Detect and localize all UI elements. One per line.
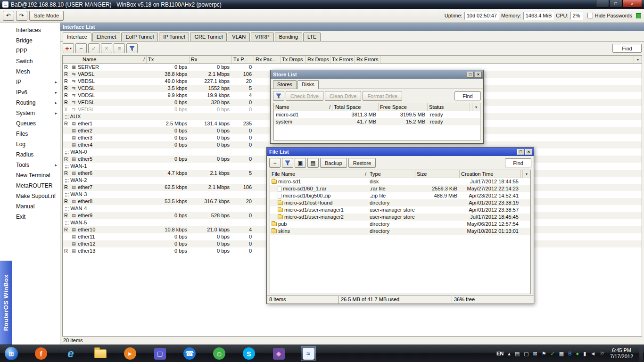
file-find-input[interactable]: Find — [505, 158, 531, 167]
tab-bonding[interactable]: Bonding — [275, 33, 302, 41]
show-desktop-button[interactable] — [639, 345, 643, 362]
column-header-free-space[interactable]: Free Space — [379, 103, 428, 111]
hide-passwords-label[interactable]: Hide Passwords — [595, 13, 632, 18]
column-select-button[interactable]: ▼ — [634, 56, 642, 63]
sidebar-item-radius[interactable]: Radius — [12, 149, 60, 160]
column-header-file-name[interactable]: File Name/ — [270, 170, 368, 178]
store-find-input[interactable]: Find — [454, 91, 481, 100]
file-row[interactable]: micro-sd1/60_1.rar.rar file2559.3 KiBMay… — [270, 185, 530, 192]
media-center-icon[interactable]: ▢ — [152, 346, 167, 361]
language-indicator[interactable]: EN — [496, 351, 504, 356]
sidebar-item-new-terminal[interactable]: New Terminal — [12, 170, 60, 181]
column-header-name[interactable]: Name/ — [63, 56, 147, 63]
sidebar-item-ip[interactable]: IP▸ — [12, 77, 60, 87]
redo-button[interactable]: ↷ — [16, 11, 27, 21]
tab-lte[interactable]: LTE — [303, 33, 321, 41]
store-close-button[interactable]: × — [475, 72, 482, 78]
comment-button[interactable]: ≡ — [114, 43, 125, 53]
column-select-button[interactable]: ▼ — [522, 170, 530, 178]
enable-interface-button[interactable]: ✓ — [88, 43, 99, 53]
restore-button[interactable]: Restore — [348, 158, 376, 168]
sidebar-item-interfaces[interactable]: Interfaces — [12, 25, 60, 35]
display-icon[interactable]: ▢ — [524, 351, 528, 356]
interface-list-titlebar[interactable]: Interface List — [60, 23, 644, 31]
column-header-type[interactable]: Type — [368, 170, 415, 178]
file-row[interactable]: micro-sd1/lost+founddirectoryApr/01/2012… — [270, 199, 530, 206]
tab-ethernet[interactable]: Ethernet — [92, 33, 121, 41]
file-close-button[interactable]: × — [525, 149, 532, 155]
sidebar-item-mesh[interactable]: Mesh — [12, 66, 60, 77]
column-header-total-space[interactable]: Total Space — [332, 103, 379, 111]
store-tab-stores[interactable]: Stores — [273, 80, 297, 89]
file-maximize-button[interactable]: □ — [517, 149, 524, 155]
undo-button[interactable]: ↶ — [3, 11, 14, 21]
sidebar-item-system[interactable]: System▸ — [12, 108, 60, 118]
store-row[interactable]: system41.7 MB15.2 MBready — [274, 118, 480, 125]
filter-button[interactable] — [126, 43, 138, 53]
column-header-tx-errors[interactable]: Tx Errors — [330, 56, 355, 63]
file-row[interactable]: micro-sd1/user-manager2user-manager stor… — [270, 214, 530, 221]
column-header-rx-drops[interactable]: Rx Drops — [306, 56, 330, 63]
file-list-titlebar[interactable]: File List □ × — [267, 148, 534, 156]
store-row[interactable]: micro-sd13811.3 MB3199.5 MBready — [274, 111, 480, 118]
volume-icon[interactable]: ◄ — [590, 351, 595, 356]
app-titlebar[interactable]: ≈ BaD@192.168.88.10 (USER-MANGER) - WinB… — [0, 0, 644, 9]
copy-file-button[interactable]: ▣ — [295, 158, 306, 168]
column-header-creation-time[interactable]: Creation Time — [460, 170, 521, 178]
tab-ip-tunnel[interactable]: IP Tunnel — [159, 33, 189, 41]
close-button[interactable]: × — [622, 0, 642, 8]
column-select-button[interactable]: ▼ — [472, 103, 480, 111]
winbox-taskbar-icon[interactable]: ≈ — [301, 346, 316, 361]
mail-icon[interactable]: ⊠ — [533, 351, 537, 356]
media-player-icon[interactable]: ▸ — [123, 346, 138, 361]
file-filter-button[interactable] — [282, 158, 293, 168]
store-tab-disks[interactable]: Disks — [297, 80, 319, 89]
paste-file-button[interactable]: ▤ — [307, 158, 319, 168]
column-header-rx-pac[interactable]: Rx Pac... — [254, 56, 281, 63]
sidebar-item-tools[interactable]: Tools▸ — [12, 160, 60, 170]
add-interface-button[interactable]: + ▾ — [63, 43, 74, 53]
column-header-tx[interactable]: Tx — [147, 56, 190, 63]
sidebar-item-metarouter[interactable]: MetaROUTER — [12, 181, 60, 191]
file-row[interactable]: micro-sd1diskJul/17/2012 18:44:55 — [270, 178, 530, 185]
file-row[interactable]: micro-sd1/big500.zip.zip file488.9 MiBAp… — [270, 192, 530, 199]
sidebar-item-make-supout-rif[interactable]: Make Supout.rif — [12, 191, 60, 201]
format-drive-button[interactable]: Format Drive — [363, 91, 402, 101]
store-filter-button[interactable] — [273, 91, 284, 101]
disable-interface-button[interactable]: × — [101, 43, 112, 53]
interface-find-input[interactable]: Find — [612, 44, 642, 53]
file-row[interactable]: micro-sd1/user-manager1user-manager stor… — [270, 206, 530, 214]
column-header-tx-p[interactable]: Tx P... — [232, 56, 254, 63]
sidebar-item-bridge[interactable]: Bridge — [12, 35, 60, 46]
column-header-name[interactable]: Name/ — [274, 103, 332, 111]
file-explorer-icon[interactable] — [93, 346, 108, 361]
bluetooth-icon[interactable]: B — [568, 351, 571, 356]
phone-app-icon[interactable]: ☎ — [182, 346, 197, 361]
internet-explorer-icon[interactable]: e — [63, 346, 78, 361]
sidebar-item-exit[interactable]: Exit — [12, 212, 60, 222]
sidebar-item-manual[interactable]: Manual — [12, 201, 60, 212]
graphics-app-icon[interactable]: ◆ — [271, 346, 286, 361]
antivirus-icon[interactable]: ✓ — [551, 351, 555, 356]
file-row[interactable]: skinsdirectoryMay/10/2012 01:13:01 — [270, 228, 530, 235]
skype-icon[interactable]: S — [241, 346, 256, 361]
sidebar-item-switch[interactable]: Switch — [12, 56, 60, 66]
maximize-button[interactable]: □ — [609, 0, 622, 8]
check-drive-button[interactable]: Check Drive — [286, 91, 323, 101]
column-header-rx[interactable]: Rx — [190, 56, 232, 63]
backup-button[interactable]: Backup — [320, 158, 347, 168]
column-header-rx-errors[interactable]: Rx Errors — [355, 56, 380, 63]
tab-vlan[interactable]: VLAN — [228, 33, 250, 41]
sidebar-item-files[interactable]: Files — [12, 129, 60, 139]
column-header-status[interactable]: Status — [428, 103, 470, 111]
sidebar-item-queues[interactable]: Queues — [12, 118, 60, 129]
messenger-app-icon[interactable]: ☺ — [212, 346, 227, 361]
column-header-tx-drops[interactable]: Tx Drops — [281, 56, 306, 63]
store-maximize-button[interactable]: □ — [467, 72, 474, 78]
scheduler-icon[interactable]: ▦ — [559, 351, 564, 356]
sidebar-item-ppp[interactable]: PPP — [12, 46, 60, 56]
column-header-size[interactable]: Size — [415, 170, 460, 178]
network-icon[interactable]: ▮ — [583, 351, 586, 356]
safe-mode-button[interactable]: Safe Mode — [29, 11, 64, 21]
store-list-titlebar[interactable]: Store List □ × — [271, 70, 483, 79]
